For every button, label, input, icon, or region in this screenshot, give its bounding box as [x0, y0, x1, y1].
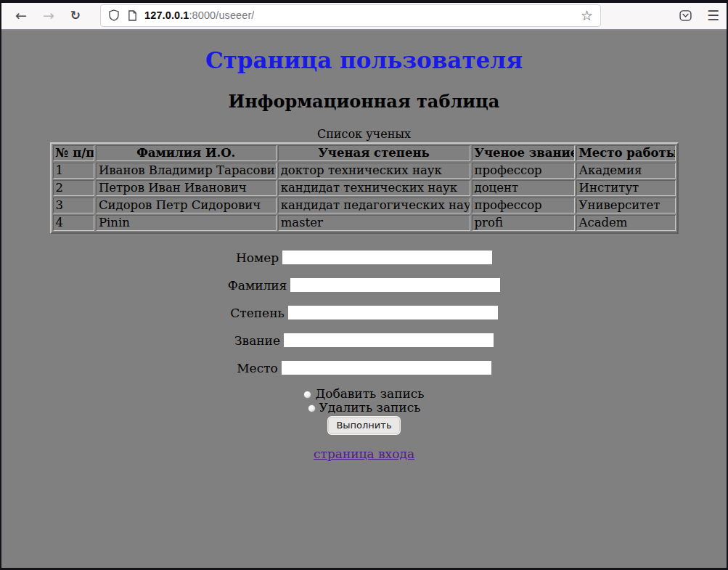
cell-number: 4 — [53, 215, 94, 231]
cell-degree: кандидат педагогических наук — [278, 198, 470, 213]
number-label: Номер — [236, 251, 279, 265]
form-row-workplace: Место — [1, 359, 727, 373]
header-rank: Ученое звание — [472, 145, 575, 161]
cell-rank: доцент — [472, 180, 575, 196]
cell-rank: профессор — [472, 163, 575, 179]
degree-label: Степень — [230, 306, 284, 320]
cell-name: Сидоров Петр Сидорович — [96, 198, 277, 213]
cell-name: Иванов Владимир Тарасович — [96, 163, 277, 179]
cell-number: 1 — [53, 163, 94, 179]
back-icon[interactable]: ← — [11, 6, 31, 25]
cell-degree: кандидат технических наук — [278, 180, 470, 196]
cell-degree: доктор технических наук — [278, 163, 470, 179]
browser-toolbar: ← → ↻ 127.0.0.1:8000/useeer/ ☆ ☰ — [1, 3, 727, 30]
rank-label: Звание — [234, 333, 280, 348]
workplace-field[interactable] — [282, 361, 491, 375]
page-subtitle: Информационная таблица — [1, 91, 727, 112]
add-record-label: Добавить запись — [315, 386, 424, 401]
toolbar-right-icons: ☰ — [679, 9, 719, 23]
button-row: Выполнить — [1, 417, 727, 434]
record-form: Номер Фамилия Степень Звание Место Добав… — [1, 234, 727, 434]
cell-number: 3 — [53, 198, 94, 213]
add-record-radio[interactable] — [303, 391, 311, 399]
cell-workplace: Университет — [576, 198, 676, 213]
cell-workplace: Академия — [576, 163, 676, 179]
url-host: 127.0.0.1 — [144, 9, 189, 21]
cell-degree: master — [278, 215, 470, 231]
rank-field[interactable] — [284, 333, 494, 347]
table-row: 3 Сидоров Петр Сидорович кандидат педаго… — [53, 198, 676, 213]
cell-workplace: Academ — [576, 215, 676, 231]
degree-field[interactable] — [288, 306, 498, 319]
header-number: № п/п — [53, 145, 94, 161]
number-field[interactable] — [282, 251, 492, 264]
login-page-link[interactable]: страница входа — [314, 447, 414, 461]
table-row: 2 Петров Иван Иванович кандидат техничес… — [53, 180, 676, 196]
header-degree: Ученая степень — [278, 145, 470, 161]
cell-name: Петров Иван Иванович — [96, 180, 277, 196]
delete-record-radio[interactable] — [308, 404, 316, 412]
cell-rank: profi — [472, 215, 575, 231]
cell-workplace: Институт — [576, 180, 676, 196]
surname-field[interactable] — [290, 278, 500, 292]
delete-record-label: Удалить запись — [319, 400, 421, 415]
form-row-degree: Степень — [1, 304, 727, 318]
scientists-table: № п/п Фамилия И.О. Ученая степень Ученое… — [50, 142, 679, 234]
reload-icon[interactable]: ↻ — [66, 7, 85, 25]
radio-row-add: Добавить запись — [1, 387, 727, 401]
form-row-rank: Звание — [1, 332, 727, 346]
page-content: Страница пользователя Информационная таб… — [1, 30, 727, 568]
url-text[interactable]: 127.0.0.1:8000/useeer/ — [144, 9, 254, 21]
url-bar[interactable]: 127.0.0.1:8000/useeer/ ☆ — [100, 4, 601, 27]
form-row-surname: Фамилия — [1, 277, 727, 290]
cell-name: Pinin — [96, 215, 277, 231]
table-header-row: № п/п Фамилия И.О. Ученая степень Ученое… — [53, 145, 676, 161]
surname-label: Фамилия — [228, 278, 287, 293]
form-row-number: Номер — [1, 249, 727, 263]
page-title: Страница пользователя — [1, 47, 727, 73]
shield-icon[interactable] — [108, 9, 120, 21]
workplace-label: Место — [237, 361, 278, 375]
url-path: :8000/useeer/ — [189, 9, 254, 21]
browser-window: ← → ↻ 127.0.0.1:8000/useeer/ ☆ ☰ Страниц… — [0, 0, 728, 570]
header-workplace: Место работы — [576, 145, 676, 161]
forward-icon[interactable]: → — [38, 6, 59, 25]
table-row: 4 Pinin master profi Academ — [53, 215, 676, 231]
execute-button[interactable]: Выполнить — [328, 417, 399, 434]
hamburger-menu-icon[interactable]: ☰ — [707, 9, 719, 23]
link-row: страница входа — [1, 447, 727, 461]
cell-number: 2 — [53, 180, 94, 196]
cell-rank: профессор — [472, 198, 575, 213]
pocket-icon[interactable] — [679, 9, 692, 23]
header-name: Фамилия И.О. — [96, 145, 277, 161]
table-caption: Список ученых — [1, 127, 727, 141]
table-row: 1 Иванов Владимир Тарасович доктор техни… — [53, 163, 676, 179]
radio-row-delete: Удалить запись — [1, 401, 727, 415]
page-icon[interactable] — [128, 10, 137, 21]
bookmark-star-icon[interactable]: ☆ — [581, 9, 593, 23]
